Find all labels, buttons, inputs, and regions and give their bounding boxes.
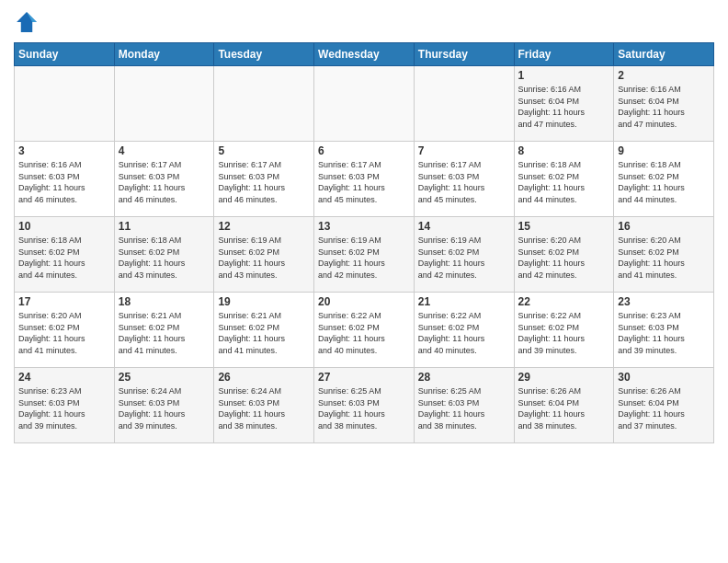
calendar-cell [414, 66, 514, 142]
calendar: SundayMondayTuesdayWednesdayThursdayFrid… [14, 42, 714, 443]
calendar-cell: 10Sunrise: 6:18 AM Sunset: 6:02 PM Dayli… [15, 217, 115, 293]
day-info: Sunrise: 6:24 AM Sunset: 6:03 PM Dayligh… [218, 385, 310, 431]
day-number: 27 [318, 371, 410, 384]
calendar-cell: 21Sunrise: 6:22 AM Sunset: 6:02 PM Dayli… [414, 293, 514, 368]
day-info: Sunrise: 6:23 AM Sunset: 6:03 PM Dayligh… [618, 310, 710, 356]
day-info: Sunrise: 6:17 AM Sunset: 6:03 PM Dayligh… [418, 159, 510, 205]
day-number: 23 [618, 295, 710, 308]
day-info: Sunrise: 6:17 AM Sunset: 6:03 PM Dayligh… [318, 159, 410, 205]
page: SundayMondayTuesdayWednesdayThursdayFrid… [0, 0, 728, 563]
calendar-body: 1Sunrise: 6:16 AM Sunset: 6:04 PM Daylig… [15, 66, 714, 443]
day-number: 29 [518, 371, 610, 384]
calendar-cell: 22Sunrise: 6:22 AM Sunset: 6:02 PM Dayli… [514, 293, 614, 368]
day-info: Sunrise: 6:21 AM Sunset: 6:02 PM Dayligh… [119, 310, 210, 356]
day-info: Sunrise: 6:19 AM Sunset: 6:02 PM Dayligh… [418, 235, 510, 281]
day-info: Sunrise: 6:18 AM Sunset: 6:02 PM Dayligh… [518, 159, 610, 205]
day-number: 26 [218, 371, 310, 384]
day-number: 22 [518, 295, 610, 308]
day-info: Sunrise: 6:16 AM Sunset: 6:03 PM Dayligh… [18, 159, 110, 205]
week-row-1: 1Sunrise: 6:16 AM Sunset: 6:04 PM Daylig… [15, 66, 714, 142]
calendar-cell [314, 66, 415, 142]
day-number: 7 [418, 144, 510, 157]
day-info: Sunrise: 6:25 AM Sunset: 6:03 PM Dayligh… [418, 385, 510, 431]
day-number: 20 [318, 295, 410, 308]
day-info: Sunrise: 6:20 AM Sunset: 6:02 PM Dayligh… [618, 235, 710, 281]
calendar-cell: 27Sunrise: 6:25 AM Sunset: 6:03 PM Dayli… [314, 368, 415, 443]
calendar-cell: 24Sunrise: 6:23 AM Sunset: 6:03 PM Dayli… [15, 368, 115, 443]
day-info: Sunrise: 6:17 AM Sunset: 6:03 PM Dayligh… [119, 159, 210, 205]
calendar-cell: 30Sunrise: 6:26 AM Sunset: 6:04 PM Dayli… [614, 368, 714, 443]
week-row-5: 24Sunrise: 6:23 AM Sunset: 6:03 PM Dayli… [15, 368, 714, 443]
day-info: Sunrise: 6:24 AM Sunset: 6:03 PM Dayligh… [119, 385, 210, 431]
calendar-cell [214, 66, 314, 142]
day-number: 5 [218, 144, 310, 157]
calendar-cell: 11Sunrise: 6:18 AM Sunset: 6:02 PM Dayli… [114, 217, 214, 293]
day-info: Sunrise: 6:20 AM Sunset: 6:02 PM Dayligh… [518, 235, 610, 281]
day-number: 3 [18, 144, 110, 157]
logo [14, 9, 41, 35]
weekday-header-monday: Monday [114, 43, 214, 66]
weekday-header-saturday: Saturday [614, 43, 714, 66]
calendar-cell: 17Sunrise: 6:20 AM Sunset: 6:02 PM Dayli… [15, 293, 115, 368]
day-number: 15 [518, 220, 610, 233]
calendar-cell: 8Sunrise: 6:18 AM Sunset: 6:02 PM Daylig… [514, 142, 614, 217]
day-info: Sunrise: 6:22 AM Sunset: 6:02 PM Dayligh… [318, 310, 410, 356]
day-number: 13 [318, 220, 410, 233]
calendar-cell [15, 66, 115, 142]
calendar-cell: 3Sunrise: 6:16 AM Sunset: 6:03 PM Daylig… [15, 142, 115, 217]
day-number: 4 [119, 144, 210, 157]
calendar-cell: 25Sunrise: 6:24 AM Sunset: 6:03 PM Dayli… [114, 368, 214, 443]
day-number: 19 [218, 295, 310, 308]
day-number: 18 [119, 295, 210, 308]
day-info: Sunrise: 6:19 AM Sunset: 6:02 PM Dayligh… [318, 235, 410, 281]
calendar-cell: 5Sunrise: 6:17 AM Sunset: 6:03 PM Daylig… [214, 142, 314, 217]
day-info: Sunrise: 6:16 AM Sunset: 6:04 PM Dayligh… [518, 84, 610, 130]
day-number: 11 [119, 220, 210, 233]
day-info: Sunrise: 6:22 AM Sunset: 6:02 PM Dayligh… [418, 310, 510, 356]
day-info: Sunrise: 6:21 AM Sunset: 6:02 PM Dayligh… [218, 310, 310, 356]
calendar-cell: 2Sunrise: 6:16 AM Sunset: 6:04 PM Daylig… [614, 66, 714, 142]
day-number: 14 [418, 220, 510, 233]
calendar-header: SundayMondayTuesdayWednesdayThursdayFrid… [15, 43, 714, 66]
calendar-cell: 12Sunrise: 6:19 AM Sunset: 6:02 PM Dayli… [214, 217, 314, 293]
day-number: 1 [518, 69, 610, 82]
weekday-header-friday: Friday [514, 43, 614, 66]
calendar-cell: 14Sunrise: 6:19 AM Sunset: 6:02 PM Dayli… [414, 217, 514, 293]
logo-icon [14, 9, 40, 35]
day-info: Sunrise: 6:26 AM Sunset: 6:04 PM Dayligh… [518, 385, 610, 431]
day-number: 21 [418, 295, 510, 308]
calendar-cell: 20Sunrise: 6:22 AM Sunset: 6:02 PM Dayli… [314, 293, 415, 368]
day-info: Sunrise: 6:20 AM Sunset: 6:02 PM Dayligh… [18, 310, 110, 356]
day-info: Sunrise: 6:23 AM Sunset: 6:03 PM Dayligh… [18, 385, 110, 431]
weekday-row: SundayMondayTuesdayWednesdayThursdayFrid… [15, 43, 714, 66]
calendar-cell: 29Sunrise: 6:26 AM Sunset: 6:04 PM Dayli… [514, 368, 614, 443]
week-row-4: 17Sunrise: 6:20 AM Sunset: 6:02 PM Dayli… [15, 293, 714, 368]
calendar-cell: 13Sunrise: 6:19 AM Sunset: 6:02 PM Dayli… [314, 217, 415, 293]
calendar-cell: 16Sunrise: 6:20 AM Sunset: 6:02 PM Dayli… [614, 217, 714, 293]
day-number: 8 [518, 144, 610, 157]
day-number: 25 [119, 371, 210, 384]
calendar-cell: 4Sunrise: 6:17 AM Sunset: 6:03 PM Daylig… [114, 142, 214, 217]
week-row-3: 10Sunrise: 6:18 AM Sunset: 6:02 PM Dayli… [15, 217, 714, 293]
day-number: 10 [18, 220, 110, 233]
calendar-cell: 18Sunrise: 6:21 AM Sunset: 6:02 PM Dayli… [114, 293, 214, 368]
day-info: Sunrise: 6:18 AM Sunset: 6:02 PM Dayligh… [618, 159, 710, 205]
day-info: Sunrise: 6:19 AM Sunset: 6:02 PM Dayligh… [218, 235, 310, 281]
calendar-cell: 19Sunrise: 6:21 AM Sunset: 6:02 PM Dayli… [214, 293, 314, 368]
day-number: 12 [218, 220, 310, 233]
calendar-cell: 6Sunrise: 6:17 AM Sunset: 6:03 PM Daylig… [314, 142, 415, 217]
day-info: Sunrise: 6:26 AM Sunset: 6:04 PM Dayligh… [618, 385, 710, 431]
day-number: 24 [18, 371, 110, 384]
day-info: Sunrise: 6:17 AM Sunset: 6:03 PM Dayligh… [218, 159, 310, 205]
weekday-header-sunday: Sunday [15, 43, 115, 66]
calendar-cell: 1Sunrise: 6:16 AM Sunset: 6:04 PM Daylig… [514, 66, 614, 142]
day-number: 9 [618, 144, 710, 157]
calendar-cell: 7Sunrise: 6:17 AM Sunset: 6:03 PM Daylig… [414, 142, 514, 217]
day-number: 16 [618, 220, 710, 233]
week-row-2: 3Sunrise: 6:16 AM Sunset: 6:03 PM Daylig… [15, 142, 714, 217]
day-number: 28 [418, 371, 510, 384]
calendar-cell: 28Sunrise: 6:25 AM Sunset: 6:03 PM Dayli… [414, 368, 514, 443]
day-number: 6 [318, 144, 410, 157]
day-info: Sunrise: 6:18 AM Sunset: 6:02 PM Dayligh… [119, 235, 210, 281]
day-info: Sunrise: 6:16 AM Sunset: 6:04 PM Dayligh… [618, 84, 710, 130]
